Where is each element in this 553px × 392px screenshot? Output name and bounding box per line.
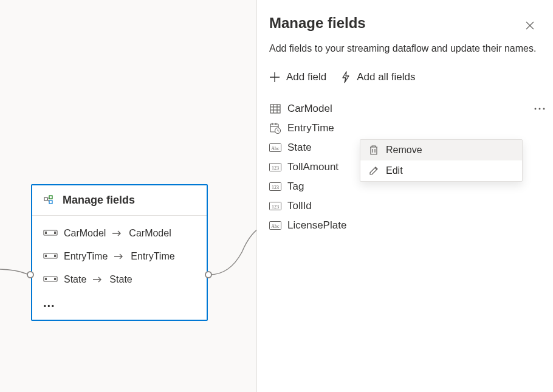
field-more-button[interactable] [530, 99, 549, 119]
panel-title: Manage fields [269, 15, 366, 32]
field-item-tollid[interactable]: 123 TollId [269, 199, 538, 213]
svg-rect-7 [45, 255, 47, 257]
field-name: LicensePlate [287, 219, 346, 232]
field-name: TollId [287, 200, 312, 212]
manage-fields-node-icon [43, 196, 55, 205]
arrow-right-icon [92, 276, 103, 283]
node-mapping-row[interactable]: EntryTime EntryTime [43, 245, 196, 268]
arrow-right-icon [112, 230, 123, 237]
svg-rect-2 [49, 201, 52, 204]
svg-text:Abc: Abc [271, 224, 280, 229]
column-icon [43, 275, 58, 284]
trash-icon [369, 145, 379, 156]
node-input-port[interactable] [27, 271, 34, 278]
add-field-button[interactable]: Add field [269, 69, 326, 86]
svg-point-17 [535, 108, 537, 110]
svg-rect-8 [54, 255, 56, 257]
svg-rect-12 [270, 105, 280, 113]
close-icon [525, 21, 535, 30]
node-mapping-row[interactable]: CarModel CarModel [43, 222, 196, 245]
panel-description: Add fields to your streaming dataflow an… [269, 41, 538, 55]
node-title: Manage fields [63, 194, 135, 207]
more-icon [534, 108, 545, 110]
svg-text:123: 123 [272, 185, 279, 190]
menu-item-label: Edit [386, 165, 403, 176]
node-body: CarModel CarModel EntryTime [32, 216, 207, 320]
mapping-from: CarModel [64, 228, 106, 239]
field-name: CarModel [287, 103, 332, 115]
lightning-icon [341, 71, 351, 83]
string-type-icon: Abc [269, 143, 281, 153]
manage-fields-panel: Manage fields Add fields to your streami… [256, 0, 553, 392]
add-all-fields-button[interactable]: Add all fields [341, 69, 415, 86]
plus-icon [269, 72, 280, 83]
field-name: Tag [287, 181, 304, 193]
flow-canvas[interactable]: Manage fields CarModel CarModel [0, 0, 256, 392]
svg-text:123: 123 [272, 204, 279, 210]
field-item-entrytime[interactable]: EntryTime [269, 121, 538, 136]
field-name: State [287, 142, 312, 154]
add-field-label: Add field [286, 71, 326, 83]
add-all-fields-label: Add all fields [357, 71, 415, 83]
svg-rect-10 [45, 278, 47, 280]
field-context-menu: Remove Edit [360, 139, 523, 182]
mapping-to: State [109, 274, 132, 285]
mapping-to: EntryTime [131, 251, 174, 262]
menu-item-edit[interactable]: Edit [360, 160, 522, 181]
mapping-from: EntryTime [64, 251, 108, 262]
menu-item-label: Remove [386, 145, 422, 156]
field-name: EntryTime [287, 122, 334, 134]
svg-text:123: 123 [272, 165, 279, 171]
field-item-carmodel[interactable]: CarModel [269, 101, 538, 116]
edge-right [208, 225, 263, 280]
arrow-right-icon [114, 253, 125, 260]
svg-point-18 [539, 108, 541, 110]
svg-rect-1 [49, 196, 52, 199]
node-output-port[interactable] [205, 271, 212, 278]
mapping-to: CarModel [129, 228, 171, 239]
pencil-icon [369, 166, 379, 176]
svg-rect-0 [44, 198, 47, 201]
node-mapping-row[interactable]: State State [43, 268, 196, 291]
number-type-icon: 123 [269, 182, 281, 191]
number-type-icon: 123 [269, 162, 281, 172]
menu-item-remove[interactable]: Remove [360, 140, 522, 160]
svg-rect-11 [54, 278, 56, 280]
column-icon [43, 229, 58, 238]
node-header: Manage fields [32, 185, 207, 216]
close-panel-button[interactable] [521, 17, 538, 34]
svg-point-19 [543, 108, 545, 110]
string-type-icon: Abc [269, 221, 281, 230]
field-item-licenseplate[interactable]: Abc LicensePlate [269, 218, 538, 233]
number-type-icon: 123 [269, 201, 281, 211]
manage-fields-node[interactable]: Manage fields CarModel CarModel [31, 184, 208, 321]
svg-rect-5 [54, 232, 56, 234]
datetime-type-icon [269, 123, 281, 133]
mapping-from: State [64, 274, 86, 285]
node-more-indicator[interactable]: ... [43, 291, 196, 311]
svg-rect-4 [45, 232, 47, 234]
svg-text:Abc: Abc [271, 146, 280, 151]
field-name: TollAmount [287, 161, 338, 173]
table-type-icon [269, 104, 281, 114]
column-icon [43, 252, 58, 261]
